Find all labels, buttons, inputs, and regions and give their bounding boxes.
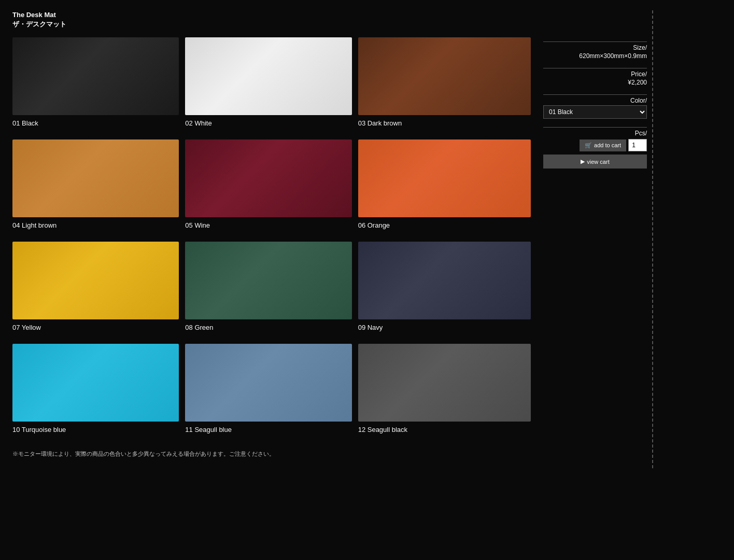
color-swatch-01 (12, 37, 179, 115)
size-label: Size/ (543, 44, 647, 51)
color-label-01: 01 Black (12, 119, 179, 127)
color-label-11: 11 Seagull blue (185, 426, 351, 433)
color-item-09[interactable]: 09 Navy (358, 242, 531, 344)
color-swatch-11 (185, 344, 351, 422)
add-to-cart-button[interactable]: 🛒 add to cart (580, 139, 626, 151)
pcs-label: Pcs/ (543, 130, 647, 137)
color-item-07[interactable]: 07 Yellow (12, 242, 185, 344)
color-label-02: 02 White (185, 119, 351, 127)
color-swatch-04 (12, 139, 179, 217)
color-item-01[interactable]: 01 Black (12, 37, 185, 139)
color-label: Color/ (543, 97, 647, 104)
color-swatch-08 (185, 242, 351, 319)
price-row: Price/ ¥2,200 (543, 68, 647, 86)
color-item-03[interactable]: 03 Dark brown (358, 37, 531, 139)
disclaimer: ※モニター環境により、実際の商品の色合いと多少異なってみえる場合があります。ご注… (12, 450, 531, 468)
color-swatch-06 (358, 139, 531, 217)
color-swatch-09 (358, 242, 531, 319)
cart-icon: 🛒 (585, 142, 592, 149)
view-cart-button[interactable]: ▶ view cart (543, 155, 647, 169)
color-label-05: 05 Wine (185, 221, 351, 229)
color-item-02[interactable]: 02 White (185, 37, 358, 139)
color-swatch-12 (358, 344, 531, 422)
color-grid: 01 Black02 White03 Dark brown04 Light br… (12, 37, 531, 446)
color-swatch-03 (358, 37, 531, 115)
color-item-10[interactable]: 10 Turquoise blue (12, 344, 185, 446)
color-item-05[interactable]: 05 Wine (185, 139, 358, 242)
add-to-cart-label: add to cart (594, 142, 621, 148)
color-label-04: 04 Light brown (12, 221, 179, 229)
quantity-input[interactable] (628, 139, 647, 151)
color-divider (543, 94, 647, 95)
main-content: The Desk Mat ザ・デスクマット 01 Black02 White03… (12, 10, 531, 468)
color-swatch-02 (185, 37, 351, 115)
color-label-12: 12 Seagull black (358, 426, 531, 433)
pcs-controls: 🛒 add to cart (543, 139, 647, 151)
color-label-07: 07 Yellow (12, 324, 179, 331)
size-divider (543, 41, 647, 42)
color-swatch-10 (12, 344, 179, 422)
color-row: Color/ 01 Black02 White03 Dark brown04 L… (543, 94, 647, 119)
color-item-12[interactable]: 12 Seagull black (358, 344, 531, 446)
color-swatch-05 (185, 139, 351, 217)
price-divider (543, 68, 647, 68)
color-label-08: 08 Green (185, 324, 351, 331)
pcs-divider (543, 127, 647, 128)
color-swatch-07 (12, 242, 179, 319)
product-title-jp: ザ・デスクマット (12, 20, 531, 29)
sidebar-border (652, 10, 653, 468)
color-item-06[interactable]: 06 Orange (358, 139, 531, 242)
color-item-04[interactable]: 04 Light brown (12, 139, 185, 242)
price-label: Price/ (543, 71, 647, 78)
size-value: 620mm×300mm×0.9mm (543, 52, 647, 60)
color-label-03: 03 Dark brown (358, 119, 531, 127)
arrow-icon: ▶ (581, 158, 585, 165)
color-label-06: 06 Orange (358, 221, 531, 229)
product-title-en: The Desk Mat (12, 10, 531, 20)
color-item-11[interactable]: 11 Seagull blue (185, 344, 358, 446)
size-row: Size/ 620mm×300mm×0.9mm (543, 41, 647, 60)
pcs-row: Pcs/ 🛒 add to cart ▶ view cart (543, 127, 647, 169)
view-cart-label: view cart (587, 159, 609, 165)
color-label-09: 09 Navy (358, 324, 531, 331)
color-item-08[interactable]: 08 Green (185, 242, 358, 344)
sidebar: Size/ 620mm×300mm×0.9mm Price/ ¥2,200 Co… (543, 10, 647, 468)
color-select[interactable]: 01 Black02 White03 Dark brown04 Light br… (543, 105, 647, 119)
price-value: ¥2,200 (543, 79, 647, 86)
color-label-10: 10 Turquoise blue (12, 426, 179, 433)
